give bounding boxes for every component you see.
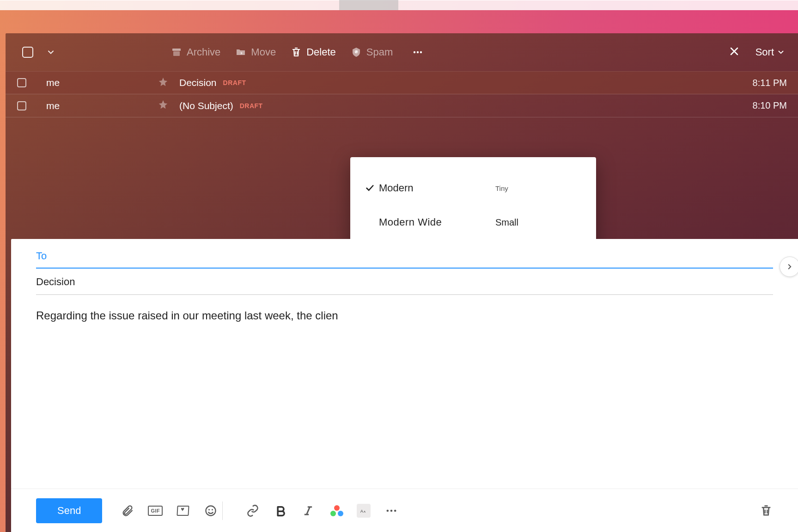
svg-point-5 (417, 51, 419, 53)
body-text: Regarding the issue raised in our meetin… (36, 309, 338, 322)
svg-point-6 (420, 51, 422, 53)
list-toolbar: Archive Move Delete Spam Sort (6, 33, 798, 71)
expand-button[interactable] (780, 257, 798, 277)
close-button[interactable] (729, 46, 740, 59)
draft-tag: DRAFT (223, 79, 246, 86)
svg-point-7 (206, 506, 216, 515)
row-from: me (38, 77, 158, 88)
svg-point-16 (390, 509, 393, 512)
subject-text: Decision (179, 77, 217, 88)
svg-rect-1 (173, 51, 180, 56)
archive-label: Archive (187, 46, 220, 58)
toolbar-actions: Archive Move Delete Spam (171, 46, 423, 58)
sort-button[interactable]: Sort (755, 46, 785, 58)
star-icon[interactable] (158, 77, 179, 89)
star-icon[interactable] (158, 99, 179, 112)
delete-label: Delete (306, 46, 336, 58)
to-label: To (36, 250, 47, 262)
attachment-icon[interactable] (121, 504, 134, 518)
address-bar-segment (339, 0, 398, 10)
font-family-label: Modern (379, 182, 414, 194)
svg-point-8 (208, 509, 210, 510)
svg-text:A: A (364, 509, 366, 513)
row-from: me (38, 100, 158, 111)
subject-field[interactable]: Decision (36, 269, 773, 295)
message-row[interactable]: me Decision DRAFT 8:11 PM (6, 71, 798, 94)
more-actions-button[interactable] (412, 47, 423, 58)
card-icon[interactable] (176, 504, 190, 518)
font-family-option[interactable]: Modern Wide (354, 205, 473, 239)
mail-app: Archive Move Delete Spam Sort (6, 33, 798, 532)
emoji-icon[interactable] (204, 504, 218, 518)
row-time: 8:11 PM (727, 78, 787, 88)
select-dropdown-chevron[interactable] (46, 48, 55, 57)
bold-icon[interactable] (274, 504, 287, 518)
compose-toolbar: Send GIF (11, 489, 798, 532)
draft-tag: DRAFT (240, 102, 263, 110)
browser-chrome (0, 0, 798, 33)
discard-icon[interactable] (759, 504, 773, 518)
link-icon[interactable] (246, 504, 260, 518)
select-all-checkbox[interactable] (22, 47, 33, 58)
text-color-icon[interactable] (329, 504, 343, 518)
sort-label: Sort (755, 46, 774, 58)
svg-point-4 (414, 51, 415, 53)
move-button[interactable]: Move (235, 46, 276, 58)
font-family-label: Modern Wide (379, 216, 442, 228)
subject-value: Decision (36, 276, 75, 287)
row-subject: Decision DRAFT (179, 77, 727, 88)
send-button[interactable]: Send (36, 498, 102, 523)
toolbar-divider (222, 501, 223, 520)
to-field[interactable]: To (36, 247, 773, 269)
body-field[interactable]: Regarding the issue raised in our meetin… (36, 295, 773, 324)
svg-point-15 (387, 509, 389, 512)
row-time: 8:10 PM (727, 100, 787, 111)
spam-label: Spam (366, 46, 393, 58)
svg-point-9 (212, 509, 213, 510)
delete-button[interactable]: Delete (291, 46, 336, 58)
row-checkbox[interactable] (6, 78, 38, 87)
subject-text: (No Subject) (179, 100, 233, 111)
more-formatting-icon[interactable] (384, 504, 398, 518)
gif-icon[interactable]: GIF (148, 504, 162, 518)
font-size-option[interactable]: Small (473, 205, 592, 239)
row-subject: (No Subject) DRAFT (179, 100, 727, 111)
svg-point-17 (394, 509, 396, 512)
move-label: Move (251, 46, 276, 58)
check-icon (360, 183, 379, 193)
svg-line-12 (307, 507, 310, 514)
font-size-label: Small (495, 217, 518, 228)
spam-button[interactable]: Spam (351, 46, 393, 58)
archive-button[interactable]: Archive (171, 46, 220, 58)
font-family-option[interactable]: Modern (354, 171, 473, 205)
font-button[interactable]: AA (357, 504, 371, 518)
svg-rect-0 (172, 49, 181, 51)
address-bar-bg (0, 0, 798, 10)
message-list: me Decision DRAFT 8:11 PM me (No Subject… (6, 71, 798, 117)
row-checkbox[interactable] (6, 101, 38, 110)
compose-panel: To Decision Regarding the issue raised i… (11, 239, 798, 532)
font-size-label: Tiny (495, 184, 508, 192)
message-row[interactable]: me (No Subject) DRAFT 8:10 PM (6, 94, 798, 117)
italic-icon[interactable] (301, 504, 315, 518)
font-size-option[interactable]: Tiny (473, 171, 592, 205)
svg-text:A: A (360, 508, 363, 513)
